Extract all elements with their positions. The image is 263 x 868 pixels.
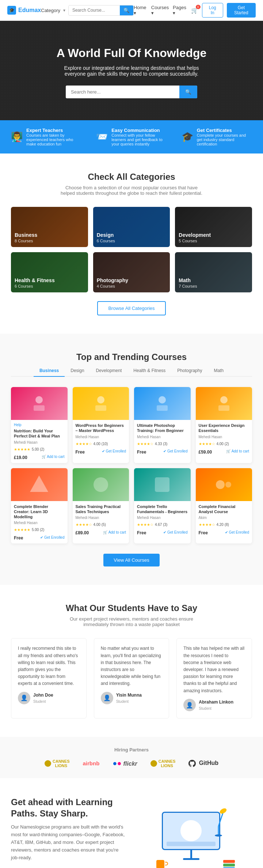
- book-2: [223, 864, 235, 867]
- svg-rect-5: [157, 405, 168, 411]
- testimonials-section: What Our Students Have to Say Our expert…: [0, 585, 263, 737]
- hero-search-input[interactable]: [66, 86, 179, 98]
- course-5-stars: ★★★★★: [14, 528, 30, 532]
- course-illustration-6: [90, 474, 112, 496]
- course-8-stars: ★★★★☆: [199, 523, 215, 527]
- cat-photography-label: Photography4 Courses: [93, 273, 132, 292]
- logo[interactable]: 🎓 Edumax: [7, 6, 41, 15]
- course-7-price: Free: [137, 530, 146, 535]
- categories-grid: Business8 Courses Design6 Courses Develo…: [11, 207, 252, 292]
- course-1-btn[interactable]: 🛒 Add to cart: [42, 455, 65, 459]
- cat-design-label: Design6 Courses: [93, 228, 119, 247]
- svg-point-11: [216, 480, 225, 489]
- cat-health-count: 6 Courses: [15, 284, 55, 289]
- feature-comm-desc: Connect with your fellow learners and ge…: [111, 133, 167, 146]
- partner-cannes1: CANNESLIONS: [45, 759, 69, 768]
- partners-section: Hiring Partners CANNESLIONS airbnb ●● fl…: [0, 737, 263, 778]
- course-8-rating: 4.20 (8): [216, 523, 229, 527]
- communication-icon: 📨: [96, 131, 108, 143]
- course-card-1: Help Nutrition: Build Your Perfect Diet …: [11, 387, 68, 463]
- tab-design[interactable]: Design: [65, 365, 90, 377]
- course-thumb-1: [11, 387, 68, 420]
- course-3-rating: 4.33 (3): [155, 442, 167, 446]
- course-5-title: Complete Blender Creator: Learn 3D Model…: [14, 504, 65, 520]
- tab-business[interactable]: Business: [34, 365, 65, 377]
- tab-photography[interactable]: Photography: [171, 365, 208, 377]
- course-4-author: Mehedi Hasan: [199, 435, 249, 439]
- course-4-title: User Experience Design Essentials: [199, 423, 249, 433]
- tab-math[interactable]: Math: [208, 365, 229, 377]
- feature-expert-desc: Courses are taken by experienced teacher…: [26, 133, 81, 146]
- testi-3-name: Abraham Linkon: [199, 699, 233, 706]
- coffee-cup: [156, 860, 164, 868]
- course-3-title: Ultimate Photoshop Training: From Beginn…: [137, 423, 188, 433]
- svg-point-2: [97, 396, 104, 403]
- cat-design-count: 6 Courses: [97, 238, 115, 243]
- monitor-base: [183, 858, 199, 860]
- course-1-author: Mehedi Hasan: [14, 440, 65, 444]
- cart-badge: 0: [196, 5, 201, 9]
- testi-1-name: John Doe: [33, 692, 53, 699]
- course-4-btn[interactable]: 🛒 Add to cart: [226, 449, 249, 453]
- course-2-btn[interactable]: ✔ Get Enrolled: [102, 449, 126, 453]
- nav-pages[interactable]: Pages ▾: [173, 5, 187, 16]
- svg-point-6: [220, 396, 228, 403]
- course-3-btn[interactable]: ✔ Get Enrolled: [163, 449, 187, 453]
- course-8-price: Free: [199, 530, 208, 535]
- tab-development[interactable]: Development: [90, 365, 128, 377]
- monitor-circle: [180, 820, 202, 841]
- cat-health[interactable]: Health & Fitness6 Courses: [11, 252, 88, 292]
- monitor-stand: [190, 850, 192, 858]
- svg-rect-3: [95, 405, 106, 411]
- cat-development-count: 5 Courses: [179, 238, 211, 243]
- hero-search-button[interactable]: 🔍: [179, 86, 197, 98]
- get-started-button[interactable]: Get Started: [227, 3, 256, 18]
- cat-math[interactable]: Math7 Courses: [175, 252, 252, 292]
- tab-health[interactable]: Health & Fitness: [127, 365, 171, 377]
- course-6-author: Mehedi Hasan: [76, 516, 126, 520]
- view-all-courses-button[interactable]: View All Courses: [103, 554, 159, 566]
- hero-search: 🔍: [66, 86, 197, 98]
- nav-courses[interactable]: Courses ▾: [151, 5, 169, 16]
- testimonials-subtitle: Our expert project reviewers, mentors an…: [58, 616, 205, 627]
- course-7-stars: ★★★★☆: [137, 523, 153, 527]
- course-7-btn[interactable]: ✔ Get Enrolled: [163, 530, 187, 534]
- cat-photography[interactable]: Photography4 Courses: [93, 252, 170, 292]
- cat-design[interactable]: Design6 Courses: [93, 207, 170, 247]
- course-2-title: WordPress for Beginners – Master WordPre…: [76, 423, 126, 433]
- category-menu[interactable]: Category: [41, 8, 60, 13]
- testi-2-text: No matter what you want to learn, you'll…: [101, 645, 163, 687]
- course-6-stars: ★★★★☆: [76, 523, 92, 527]
- search-input[interactable]: [69, 6, 120, 15]
- browse-categories-button[interactable]: Browse All Categories: [97, 301, 165, 315]
- course-card-3: Ultimate Photoshop Training: From Beginn…: [134, 387, 191, 463]
- svg-point-4: [159, 396, 166, 403]
- lp-visual: [155, 808, 235, 868]
- cat-development[interactable]: Development5 Courses: [175, 207, 252, 247]
- cat-business[interactable]: Business8 Courses: [11, 207, 88, 247]
- courses-row-2: Complete Blender Creator: Learn 3D Model…: [11, 468, 252, 544]
- login-button[interactable]: Log In: [202, 3, 223, 18]
- course-card-8: Complete Financial Analyst Course Akim ★…: [196, 468, 252, 544]
- course-thumb-4: [196, 387, 252, 420]
- svg-point-15: [215, 834, 222, 837]
- course-2-author: Mehedi Hasan: [76, 435, 126, 439]
- partners-logos: CANNESLIONS airbnb ●● flickr CANNESLIONS…: [11, 759, 252, 768]
- course-5-btn[interactable]: ✔ Get Enrolled: [40, 535, 64, 539]
- cat-health-label: Health & Fitness6 Courses: [11, 273, 58, 292]
- nav-home[interactable]: Home ▾: [134, 5, 148, 16]
- course-3-price: Free: [137, 450, 146, 455]
- feature-comm-title: Easy Communication: [111, 128, 167, 133]
- course-6-btn[interactable]: 🛒 Add to cart: [103, 530, 126, 534]
- course-8-btn[interactable]: ✔ Get Enrolled: [225, 530, 249, 534]
- course-6-rating: 4.00 (5): [93, 523, 106, 527]
- nav-right: Home ▾ Courses ▾ Pages ▾ 🛒0 Log In Get S…: [134, 3, 256, 18]
- testi-2-name: Yisin Munna: [116, 692, 142, 699]
- course-4-price: £59.00: [199, 450, 212, 455]
- monitor-bar: [167, 842, 216, 846]
- feature-cert-desc: Complete your courses and get industry s…: [197, 133, 252, 146]
- course-card-2: WordPress for Beginners – Master WordPre…: [73, 387, 129, 463]
- search-button[interactable]: 🔍: [120, 5, 133, 15]
- course-2-price: Free: [76, 450, 85, 455]
- cart-icon[interactable]: 🛒0: [191, 7, 198, 14]
